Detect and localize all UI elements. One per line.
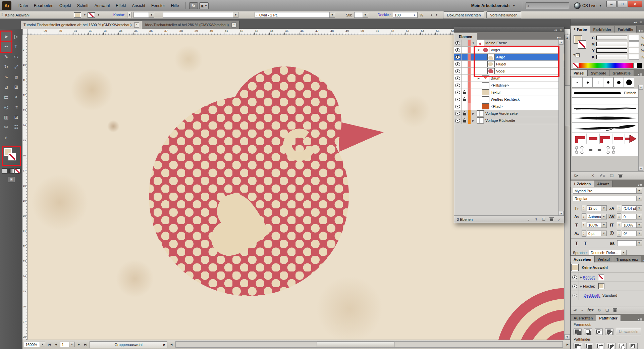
eye-icon[interactable]	[455, 69, 460, 73]
expand-icon[interactable]: ▶	[579, 285, 583, 288]
close-tab-icon[interactable]: ×	[134, 22, 139, 28]
close-panel-icon[interactable]: ✕	[559, 28, 562, 32]
new-sublayer-icon[interactable]: ↴	[534, 217, 537, 221]
panel-menu-icon[interactable]: ▾≣	[554, 36, 564, 40]
scroll-thumb[interactable]	[565, 85, 571, 126]
lock-cell[interactable]	[462, 47, 468, 53]
white-swatch[interactable]	[633, 63, 637, 68]
channel-slider[interactable]	[596, 55, 627, 59]
menu-objekt[interactable]: Objekt	[56, 2, 74, 9]
visibility-eye-icon[interactable]	[572, 285, 577, 288]
none-color-icon[interactable]	[573, 63, 579, 68]
toolbar-stroke-swatch[interactable]	[8, 153, 16, 161]
expander-icon[interactable]: ▶	[471, 112, 475, 115]
eye-icon[interactable]	[455, 91, 460, 94]
visibility-cell[interactable]	[454, 54, 462, 60]
minus-front-button[interactable]	[584, 328, 592, 335]
status-flyout-icon[interactable]: ▶	[163, 343, 166, 346]
color-mode-button[interactable]	[2, 168, 8, 173]
layers-panel-titlebar[interactable]: ◂◂ ✕	[454, 27, 564, 32]
layer-row[interactable]: Vogel○	[454, 68, 564, 75]
selection-tool[interactable]: ➤	[1, 32, 11, 42]
layer-row[interactable]: ▼Meine Ebene○	[454, 40, 564, 47]
color-spectrum-bar[interactable]	[573, 63, 642, 68]
visibility-cell[interactable]	[454, 82, 462, 89]
gradient-tool[interactable]: ▤	[1, 92, 11, 102]
last-artboard-button[interactable]: ▶|	[83, 342, 88, 347]
lock-cell[interactable]	[462, 117, 468, 124]
strikethrough-button[interactable]: T	[582, 241, 589, 246]
baseline-select[interactable]: 0 pt▼	[587, 231, 607, 236]
panel-grip[interactable]: ⁞⁞	[1, 13, 3, 17]
lock-cell[interactable]	[462, 96, 468, 103]
brush-thin-line[interactable]	[572, 98, 638, 104]
menu-ansicht[interactable]: Ansicht	[129, 2, 148, 9]
tab-farbfelder[interactable]: Farbfelder	[590, 26, 615, 33]
layer-row[interactable]: ▶Vorlage Rückseite○	[454, 117, 564, 124]
visibility-cell[interactable]	[454, 96, 462, 103]
artboard-tool[interactable]: ⊡	[11, 112, 21, 122]
tab-absatz[interactable]: Absatz	[594, 181, 612, 187]
rotate-tool[interactable]: ↻	[1, 62, 11, 72]
layer-main[interactable]: Auge	[471, 54, 556, 60]
menu-effekt[interactable]: Effekt	[113, 2, 129, 9]
new-effect-icon[interactable]: fx▾	[587, 308, 593, 312]
channel-value-field[interactable]	[629, 54, 639, 60]
eye-icon[interactable]	[455, 62, 460, 66]
direct-selection-tool[interactable]: ▷	[11, 32, 21, 42]
tab-zeichen[interactable]: ⇕Zeichen	[571, 181, 594, 187]
prev-artboard-button[interactable]: ◀	[53, 342, 59, 347]
font-family-select[interactable]: Myriad Pro▼	[573, 188, 642, 194]
layers-scrollbar[interactable]: ▲ ▼	[558, 40, 564, 216]
eye-icon[interactable]	[455, 55, 460, 59]
cs-live-menu[interactable]: CS Live ▼	[574, 2, 602, 9]
eye-icon[interactable]	[455, 77, 460, 80]
panel-menu-icon[interactable]: ▾≣	[641, 259, 644, 262]
ellipse-tool[interactable]: ⬭	[11, 52, 21, 62]
blend-tool[interactable]: ◎	[1, 102, 11, 112]
symbol-sprayer-tool[interactable]: ≋	[11, 102, 21, 112]
spectrum-gradient[interactable]	[579, 63, 633, 68]
brush-ornament-pattern[interactable]	[572, 144, 638, 156]
layer-main[interactable]: <Hilfslinie>	[471, 82, 556, 89]
duplicate-item-icon[interactable]: ❏	[605, 308, 609, 312]
free-transform-tool[interactable]: ⧈	[11, 72, 21, 82]
scroll-down-arrow[interactable]: ▼	[565, 334, 570, 340]
width-tool[interactable]: ∿	[1, 72, 11, 82]
graph-tool[interactable]: ▥	[1, 112, 11, 122]
layer-row[interactable]: Textur◕	[454, 89, 564, 96]
delete-layer-icon[interactable]	[550, 218, 553, 221]
panel-menu-icon[interactable]: ▾≣	[636, 72, 644, 76]
appearance-fill-row[interactable]: ▶ Fläche:	[571, 282, 644, 291]
layer-row[interactable]: Flügel○	[454, 61, 564, 68]
language-select[interactable]: Deutsch: Refor...▼	[589, 250, 627, 255]
maximize-button[interactable]: ❐	[617, 1, 627, 7]
menu-auswahl[interactable]: Auswahl	[92, 2, 113, 9]
tab-pathfinder[interactable]: Pathfinder	[596, 315, 621, 321]
delete-item-icon[interactable]	[613, 309, 616, 312]
next-artboard-button[interactable]: ▶	[76, 342, 82, 347]
calligraphic-brush[interactable]	[624, 77, 634, 88]
kerning-select[interactable]: Automa▼	[587, 214, 607, 219]
search-input[interactable]: ⌕	[526, 2, 569, 9]
resize-grip-icon[interactable]: ⋰	[558, 217, 561, 221]
layer-main[interactable]: ▶ΨBaum	[471, 75, 556, 82]
tab-verlauf[interactable]: Verlauf	[595, 256, 613, 262]
brush-swash[interactable]	[572, 123, 638, 133]
tab-ebenen[interactable]: Ebenen	[454, 33, 477, 40]
tracking-select[interactable]: 0▼	[622, 214, 642, 219]
brush-tapered[interactable]	[572, 113, 638, 123]
layer-main[interactable]: Weißes Rechteck	[471, 96, 556, 103]
layer-row[interactable]: ▼Vogel○	[454, 47, 564, 54]
layer-row[interactable]: Auge○	[454, 54, 564, 61]
eye-icon[interactable]	[455, 98, 460, 101]
layer-row[interactable]: ▶Vorlage Vorderseite○	[454, 110, 564, 117]
visibility-cell[interactable]	[454, 61, 462, 67]
lock-cell[interactable]	[462, 40, 468, 46]
stroke-none-swatch[interactable]	[598, 274, 604, 280]
pen-tool[interactable]: ✒	[1, 42, 11, 52]
panel-menu-icon[interactable]: ▾≣	[636, 183, 644, 187]
visibility-cell[interactable]	[454, 117, 462, 124]
tab-transparenz[interactable]: Transparenz	[613, 256, 641, 262]
visibility-cell[interactable]	[454, 47, 462, 53]
